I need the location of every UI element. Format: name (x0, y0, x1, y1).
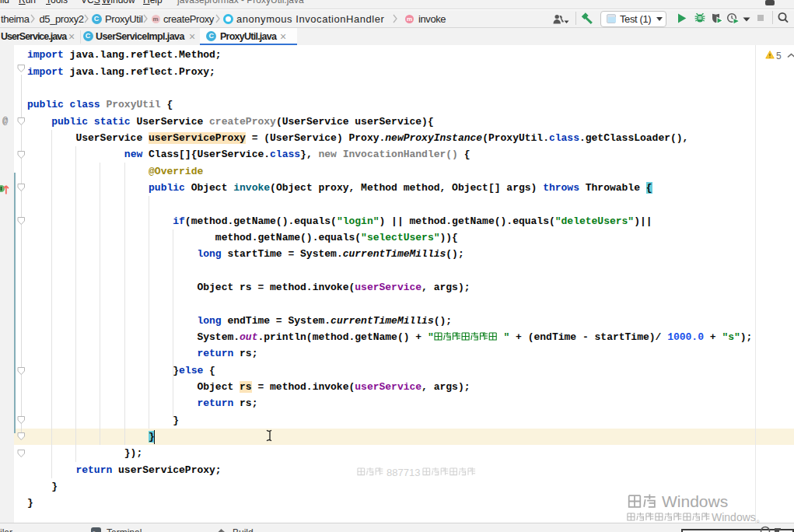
svg-text:5: 5 (776, 51, 782, 61)
